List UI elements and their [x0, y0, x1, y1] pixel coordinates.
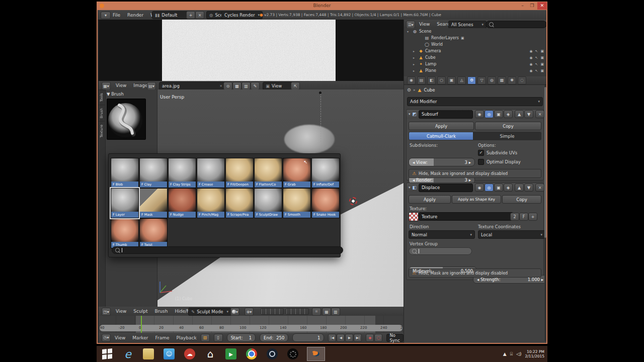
edit-mode-toggle[interactable]: ▣ — [494, 110, 503, 118]
expand-icon[interactable]: ▸ — [413, 69, 417, 72]
snap-toggle-button[interactable]: ⌗ — [312, 308, 321, 316]
hidden-icons-button[interactable]: ▲ — [503, 351, 507, 356]
steam-icon[interactable] — [266, 347, 279, 360]
viewport-visibility-toggle[interactable]: ◎ — [485, 110, 494, 118]
file-explorer-icon[interactable] — [142, 347, 155, 360]
copy-button[interactable]: Copy — [502, 195, 541, 204]
menu-item[interactable]: View — [115, 335, 125, 340]
tool-shelf-tab[interactable]: Brush — [99, 105, 105, 121]
outliner-row[interactable]: ▸ ◆ Camera ◉ ↖ ▣ — [404, 48, 546, 54]
internet-explorer-icon[interactable]: e — [121, 347, 134, 360]
render-engine-selector[interactable]: Cycles Render ▾ — [221, 11, 263, 19]
viewport-shading-selector[interactable]: ▾ — [230, 308, 239, 316]
current-frame-playhead[interactable] — [141, 316, 142, 333]
render-visibility-toggle[interactable]: ◉ — [475, 184, 484, 192]
layout-add-button[interactable]: + — [186, 11, 195, 19]
add-modifier-dropdown[interactable]: Add Modifier▾ — [407, 97, 543, 106]
scene-tab-icon[interactable]: ◧ — [427, 76, 436, 84]
texture-preview-icon[interactable] — [409, 212, 419, 221]
timeline-ruler[interactable]: -40-200204060801001201401601802002202402… — [99, 316, 404, 333]
blender-logo-menu[interactable]: ▾ — [101, 12, 111, 19]
brush-item[interactable]: F Grab — [283, 158, 311, 188]
frame-end-field[interactable]: End: 250 — [260, 333, 288, 342]
brush-item[interactable]: F Clay — [139, 158, 168, 188]
brush-item[interactable]: F Thumb — [111, 218, 139, 248]
home-app-icon[interactable]: ⌂ — [204, 347, 217, 360]
close-button[interactable]: ✕ — [537, 2, 547, 10]
brush-item[interactable]: F Flatten/Co — [254, 158, 282, 188]
restrict-select-icon[interactable]: ↖ — [535, 56, 538, 60]
use-preview-range-button[interactable]: ▧ — [201, 334, 210, 342]
brush-item[interactable]: F Mask — [139, 188, 168, 218]
media-player-icon[interactable] — [286, 347, 299, 360]
menu-item[interactable]: Render — [127, 13, 143, 18]
restrict-select-icon[interactable]: ↖ — [535, 49, 538, 53]
physics-tab-icon[interactable]: ◌ — [518, 76, 526, 84]
editor-type-button[interactable]: ◷▾ — [102, 334, 111, 342]
render-visibility-toggle[interactable]: ◉ — [475, 110, 484, 118]
texture-fake-user-button[interactable]: F — [519, 213, 528, 221]
lock-range-button[interactable]: ▯ — [214, 334, 223, 342]
brush-item[interactable]: F Pinch/Mag — [197, 188, 225, 218]
start-button[interactable] — [101, 347, 114, 360]
brush-item[interactable]: F Twist — [139, 218, 168, 248]
outliner-scope-selector[interactable]: All Scenes▾ — [448, 21, 487, 29]
move-up-button[interactable]: ▲ — [515, 110, 524, 118]
expand-icon[interactable]: ▾ — [407, 30, 411, 33]
viewport-visibility-toggle[interactable]: ◎ — [485, 184, 494, 192]
object-tab-icon[interactable]: ▣ — [447, 76, 456, 84]
volume-icon[interactable]: ◁) — [516, 351, 521, 356]
menu-item[interactable]: Playback — [177, 335, 197, 340]
image-new-button[interactable]: ▩ — [232, 82, 242, 90]
frame-start-field[interactable]: Start: 1 — [227, 333, 256, 342]
outliner-search-field[interactable] — [486, 21, 546, 28]
image-datablock-field[interactable]: area.jpg × — [159, 82, 225, 90]
menu-item[interactable]: Frame — [155, 335, 169, 340]
tool-shelf-tab[interactable]: Tools — [99, 89, 105, 105]
move-up-button[interactable]: ▲ — [515, 184, 524, 192]
brush-preview[interactable] — [107, 99, 146, 140]
optimal-display-checkbox[interactable]: Optimal Display — [478, 159, 521, 165]
brush-item[interactable]: F Blob — [111, 158, 139, 188]
direction-dropdown[interactable]: Normal▾ — [409, 230, 475, 239]
brush-item[interactable]: F Smooth — [283, 188, 311, 218]
view-subdivisions-slider[interactable]: ◂ View: 3 ▸ — [409, 158, 475, 166]
brush-item[interactable]: F Inflate/Def — [311, 158, 340, 188]
constraints-tab-icon[interactable]: ◬ — [457, 76, 466, 84]
apply-as-shape-key-button[interactable]: Apply as Shape Key — [452, 195, 501, 204]
editor-type-button[interactable]: ☰▾ — [406, 21, 415, 29]
minimize-button[interactable]: – — [518, 2, 527, 10]
outliner-row[interactable]: ◯ World ◉ ↖ ▣ — [404, 41, 546, 48]
expand-icon[interactable]: ▸ — [413, 49, 417, 53]
properties-scrollbar[interactable] — [544, 85, 546, 341]
transport-button[interactable]: ▶ — [345, 334, 353, 342]
outliner-row[interactable]: ▾ ◍ Scene ◉ ↖ ▣ — [404, 28, 546, 35]
menu-item[interactable]: Sculpt — [133, 309, 147, 314]
restrict-select-icon[interactable]: ↖ — [535, 69, 538, 73]
sync-mode-selector[interactable]: No Sync — [386, 334, 404, 342]
cloud-app-icon[interactable]: ☁ — [183, 347, 196, 360]
edit-mode-toggle[interactable]: ▣ — [494, 184, 503, 192]
modifiers-tab-icon[interactable]: ⚙ — [467, 76, 476, 84]
brush-panel-title[interactable]: ▼ Brush — [107, 92, 155, 97]
modifier-name-field[interactable]: Displace — [419, 184, 473, 192]
tool-shelf-tab[interactable]: Texture — [99, 121, 105, 141]
simple-toggle[interactable]: Simple — [473, 132, 541, 140]
brush-item[interactable]: F Clay Strips — [168, 158, 196, 188]
move-down-button[interactable]: ▼ — [524, 184, 533, 192]
outliner-row[interactable]: ▸ ▲ Plane ◉ ↖ ▣ — [404, 67, 546, 74]
menu-item[interactable]: File — [113, 13, 120, 18]
pivot-point-selector[interactable]: ⊕▾ — [245, 308, 254, 316]
menu-item[interactable]: View — [116, 309, 126, 314]
layers-widget-2[interactable] — [286, 308, 309, 315]
brush-search-field[interactable] — [112, 246, 343, 254]
render-anim-button[interactable]: ▥ — [331, 308, 340, 316]
subdivide-uvs-checkbox[interactable]: ✓Subdivide UVs — [478, 150, 517, 156]
transport-button[interactable]: ◀ — [337, 334, 345, 342]
restrict-render-icon[interactable]: ▣ — [540, 69, 544, 73]
restrict-view-icon[interactable]: ◉ — [529, 49, 532, 53]
transport-button[interactable]: |◀ — [328, 334, 336, 342]
restrict-render-icon[interactable]: ▣ — [540, 62, 544, 66]
restrict-view-icon[interactable]: ◉ — [529, 56, 532, 60]
restrict-view-icon[interactable]: ◉ — [529, 62, 532, 66]
